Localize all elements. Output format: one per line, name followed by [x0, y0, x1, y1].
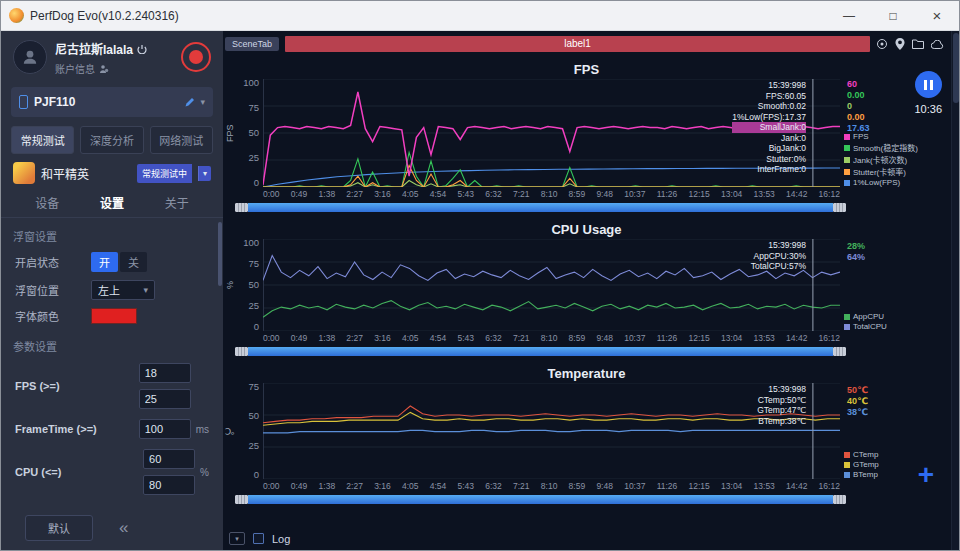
legend-item: CTemp — [844, 450, 879, 459]
x-tick-label: 8:59 — [569, 481, 586, 494]
power-icon[interactable] — [137, 44, 147, 54]
temp-hscrollbar[interactable] — [235, 495, 846, 504]
main-vscrollbar-thumb[interactable] — [953, 33, 959, 103]
avatar[interactable] — [13, 40, 47, 74]
app-dropdown-caret[interactable]: ▾ — [198, 166, 211, 181]
float-pos-dropdown[interactable]: 左上 ▾ — [91, 280, 155, 300]
stop-record-button[interactable] — [181, 42, 211, 72]
subtab-device[interactable]: 设备 — [35, 194, 59, 211]
x-tick-label: 0:00 — [263, 481, 280, 494]
account-icon — [99, 64, 109, 74]
toggle-off[interactable]: 关 — [120, 252, 147, 272]
subtab-settings[interactable]: 设置 — [100, 194, 124, 211]
target-icon[interactable] — [876, 38, 888, 50]
x-tick-label: 9:48 — [596, 189, 613, 202]
subtab-about[interactable]: 关于 — [165, 194, 189, 211]
font-color-swatch[interactable] — [91, 308, 137, 324]
account-info-link[interactable]: 账户信息 — [55, 61, 181, 76]
scrollbar-left-handle[interactable] — [235, 203, 248, 212]
scrollbar-right-handle[interactable] — [833, 495, 846, 504]
scrollbar-right-handle[interactable] — [833, 203, 846, 212]
x-tick-label: 1:38 — [319, 333, 336, 346]
app-logo-icon — [9, 8, 24, 23]
scrollbar-thumb[interactable] — [248, 495, 833, 504]
tab-network-test[interactable]: 网络测试 — [150, 126, 213, 154]
fps-threshold-input-2[interactable] — [139, 389, 191, 409]
y-tick-label: 0 — [254, 471, 259, 479]
scene-tab-button[interactable]: SceneTab — [225, 37, 279, 51]
y-tick-label: 25 — [248, 154, 259, 162]
x-tick-label: 3:16 — [374, 189, 391, 202]
cloud-icon[interactable] — [931, 40, 944, 49]
pause-button[interactable] — [915, 71, 942, 98]
default-button[interactable]: 默认 — [25, 515, 93, 541]
device-selector[interactable]: PJF110 ▾ — [11, 87, 213, 117]
scrollbar-left-handle[interactable] — [235, 495, 248, 504]
minimize-button[interactable]: — — [827, 1, 871, 30]
x-tick-label: 1:38 — [319, 189, 336, 202]
fps-plot-area[interactable]: 15:39:998FPS:60.05Smooth:0.021%Low(FPS):… — [263, 79, 840, 187]
x-tick-label: 8:10 — [541, 189, 558, 202]
record-dot-icon — [189, 50, 203, 64]
temp-tooltip: 15:39:998CTemp:50℃GTemp:47℃BTemp:38℃ — [757, 384, 806, 426]
fps-hscrollbar[interactable] — [235, 203, 846, 212]
tab-deep-analysis[interactable]: 深度分析 — [80, 126, 143, 154]
tooltip-line: BigJank:0 — [732, 143, 806, 154]
legend-item: Jank(卡顿次数) — [844, 154, 918, 165]
main-vscrollbar[interactable] — [951, 31, 959, 550]
legend-label: GTemp — [853, 460, 879, 469]
temp-plot-area[interactable]: 15:39:998CTemp:50℃GTemp:47℃BTemp:38℃ — [263, 383, 840, 479]
x-tick-label: 0:49 — [291, 481, 308, 494]
y-axis-label: FPS — [223, 79, 237, 187]
sidebar-scrollbar[interactable] — [218, 222, 222, 286]
scrollbar-left-handle[interactable] — [235, 347, 248, 356]
tab-normal-test[interactable]: 常规测试 — [11, 126, 74, 154]
maximize-button[interactable]: □ — [871, 1, 915, 30]
person-icon — [21, 48, 39, 66]
x-tick-label: 7:21 — [513, 481, 530, 494]
game-app-icon — [13, 162, 35, 184]
elapsed-time: 10:36 — [914, 103, 942, 115]
log-checkbox[interactable] — [253, 533, 264, 544]
cpu-hscrollbar[interactable] — [235, 347, 846, 356]
pin-icon[interactable] — [895, 38, 905, 50]
series-line-AppCPU — [263, 301, 840, 318]
scene-label-bar[interactable]: label1 — [285, 36, 870, 52]
tooltip-line: BTemp:38℃ — [757, 416, 806, 427]
cpu-plot-area[interactable]: 15:39:998AppCPU:30%TotalCPU:57% — [263, 239, 840, 331]
y-tick-label: 100 — [243, 239, 259, 247]
x-tick-label: 10:37 — [624, 333, 645, 346]
scrollbar-thumb[interactable] — [248, 347, 833, 356]
folder-icon[interactable] — [912, 39, 924, 49]
legend-swatch — [844, 314, 850, 320]
toggle-on[interactable]: 开 — [91, 252, 118, 272]
close-button[interactable]: × — [915, 1, 959, 30]
legend-item: BTemp — [844, 470, 879, 479]
frametime-input[interactable] — [139, 419, 191, 439]
caret-down-icon[interactable]: ▾ — [200, 97, 205, 107]
x-tick-label: 0:00 — [263, 333, 280, 346]
x-tick-label: 12:15 — [689, 481, 710, 494]
x-tick-label: 0:49 — [291, 333, 308, 346]
font-color-label: 字体颜色 — [15, 308, 91, 324]
current-value: 40℃ — [847, 396, 868, 406]
sidebar-subtabs: 设备 设置 关于 — [1, 184, 223, 217]
cpu-threshold-input-1[interactable] — [143, 449, 195, 469]
y-tick-label: 25 — [248, 442, 259, 450]
cpu-threshold-input-2[interactable] — [143, 475, 195, 495]
x-tick-label: 4:54 — [430, 333, 447, 346]
collapse-sidebar-button[interactable]: « — [119, 518, 128, 538]
x-tick-label: 10:37 — [624, 189, 645, 202]
log-panel-toggle-button[interactable]: ▾ — [229, 532, 245, 545]
fps-threshold-input-1[interactable] — [139, 363, 191, 383]
current-value: 50℃ — [847, 385, 868, 395]
scrollbar-right-handle[interactable] — [833, 347, 846, 356]
cast-icon[interactable] — [184, 96, 196, 108]
tooltip-line: InterFrame:0 — [732, 164, 806, 175]
scrollbar-thumb[interactable] — [248, 203, 833, 212]
add-chart-button[interactable]: + — [918, 464, 934, 486]
float-state-label: 开启状态 — [15, 254, 91, 270]
y-tick-label: 25 — [248, 302, 259, 310]
legend-label: FPS — [853, 132, 869, 141]
legend-swatch — [844, 169, 850, 175]
